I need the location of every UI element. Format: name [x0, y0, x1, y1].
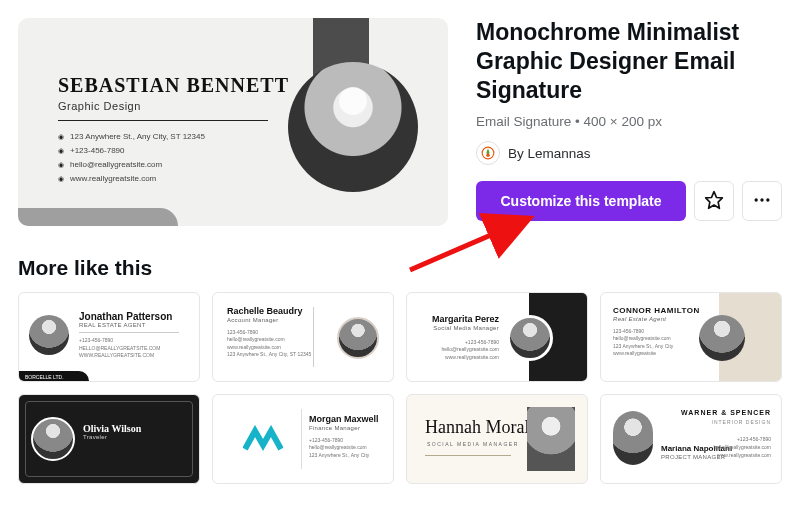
- card-divider: [425, 455, 511, 456]
- card-avatar: [29, 315, 69, 355]
- preview-divider: [58, 120, 268, 121]
- card-line: hello@reallygreatsite.com: [613, 335, 700, 343]
- card-line: 123 Anywhere St., Any City, ST 12345: [227, 351, 311, 359]
- template-card[interactable]: Olivia Wilson Traveler: [18, 394, 200, 484]
- preview-address: 123 Anywhere St., Any City, ST 12345: [58, 130, 205, 144]
- card-avatar: [613, 411, 653, 465]
- card-role: REAL ESTATE AGENT: [79, 322, 179, 328]
- template-title: Monochrome Minimalist Graphic Designer E…: [476, 18, 782, 104]
- template-preview[interactable]: SEBASTIAN BENNETT Graphic Design 123 Any…: [18, 18, 448, 226]
- card-role: SOCIAL MEDIA MANAGER: [427, 441, 519, 447]
- template-card[interactable]: CONNOR HAMILTON Real Estate Agent 123-45…: [600, 292, 782, 382]
- preview-web: www.reallygreatsite.com: [58, 172, 205, 186]
- card-name: Morgan Maxwell: [309, 415, 379, 425]
- card-logo-icon: [243, 425, 283, 457]
- card-line: hello@reallygreatsite.com: [713, 443, 771, 451]
- card-line: +123-456-7890: [421, 339, 499, 347]
- preview-contact-lines: 123 Anywhere St., Any City, ST 12345 +12…: [58, 130, 205, 186]
- card-avatar: [337, 317, 379, 359]
- card-line: hello@reallygreatsite.com: [227, 336, 311, 344]
- card-line: 123-456-7890: [613, 328, 700, 336]
- card-line: 123 Anywhere St., Any City: [613, 343, 700, 351]
- template-card[interactable]: Jonathan Patterson REAL ESTATE AGENT +12…: [18, 292, 200, 382]
- card-name: Jonathan Patterson: [79, 311, 179, 322]
- template-card[interactable]: Margarita Perez Social Media Manager +12…: [406, 292, 588, 382]
- more-options-button[interactable]: [742, 181, 782, 221]
- card-photo: [527, 407, 575, 471]
- card-brand: WARNER & SPENCER: [681, 409, 771, 416]
- template-subtitle: Email Signature • 400 × 200 px: [476, 114, 782, 129]
- card-line: www.reallygreatsite: [613, 350, 700, 358]
- template-card[interactable]: Mariana Napolitani PROJECT MANAGER WARNE…: [600, 394, 782, 484]
- favorite-button[interactable]: [694, 181, 734, 221]
- template-card[interactable]: Morgan Maxwell Finance Manager +123-456-…: [212, 394, 394, 484]
- card-divider: [313, 307, 314, 367]
- preview-phone: +123-456-7890: [58, 144, 205, 158]
- card-avatar: [507, 315, 553, 361]
- customize-template-button[interactable]: Customize this template: [476, 181, 686, 221]
- svg-point-4: [760, 198, 763, 201]
- card-name: Margarita Perez: [421, 315, 499, 325]
- template-meta: Monochrome Minimalist Graphic Designer E…: [476, 18, 782, 226]
- card-line: +123-456-7890: [713, 435, 771, 443]
- template-grid: Jonathan Patterson REAL ESTATE AGENT +12…: [18, 292, 782, 484]
- svg-marker-2: [706, 191, 723, 208]
- preview-photo: [288, 62, 418, 192]
- ellipsis-icon: [752, 190, 772, 213]
- template-card[interactable]: Rachelle Beaudry Account Manager 123-456…: [212, 292, 394, 382]
- template-card[interactable]: Hannah Morales SOCIAL MEDIA MANAGER: [406, 394, 588, 484]
- card-line: www.reallygreatsite.com: [421, 354, 499, 362]
- card-line: hello@reallygreatsite.com: [309, 444, 379, 452]
- byline-text: By Lemannas: [508, 146, 591, 161]
- card-name: CONNOR HAMILTON: [613, 307, 700, 316]
- preview-footer-strip: [18, 208, 178, 226]
- card-divider: [301, 409, 302, 469]
- preview-person-name: SEBASTIAN BENNETT: [58, 74, 289, 97]
- card-line: HELLO@REALLYGREATSITE.COM: [79, 345, 179, 353]
- card-avatar: [31, 417, 75, 461]
- card-avatar: [699, 315, 745, 361]
- svg-point-1: [486, 154, 490, 158]
- svg-point-3: [755, 198, 758, 201]
- more-like-this-heading: More like this: [18, 256, 782, 280]
- card-line: 123-456-7890: [227, 329, 311, 337]
- svg-point-5: [766, 198, 769, 201]
- card-line: WWW.REALLYGREATSITE.COM: [79, 352, 179, 360]
- card-line: +123-456-7890: [309, 437, 379, 445]
- preview-email: hello@reallygreatsite.com: [58, 158, 205, 172]
- card-line: 123 Anywhere St., Any City: [309, 452, 379, 460]
- card-line: hello@reallygreatsite.com: [421, 346, 499, 354]
- card-footer-label: BORCELLE LTD.: [25, 374, 64, 380]
- star-icon: [704, 190, 724, 213]
- card-role: Traveler: [83, 434, 141, 440]
- card-line: www.reallygreatsite.com: [713, 451, 771, 459]
- card-line: www.reallygreatsite.com: [227, 344, 311, 352]
- card-name: Olivia Wilson: [83, 423, 141, 434]
- author-avatar-icon: [476, 141, 500, 165]
- template-byline[interactable]: By Lemannas: [476, 141, 782, 165]
- preview-person-role: Graphic Design: [58, 100, 141, 112]
- card-role: Social Media Manager: [421, 325, 499, 331]
- card-brand-role: INTERIOR DESIGN: [712, 419, 771, 425]
- card-name: Rachelle Beaudry: [227, 307, 311, 317]
- card-line: +123-456-7890: [79, 337, 179, 345]
- card-lines: +123-456-7890 hello@reallygreatsite.com …: [713, 435, 771, 459]
